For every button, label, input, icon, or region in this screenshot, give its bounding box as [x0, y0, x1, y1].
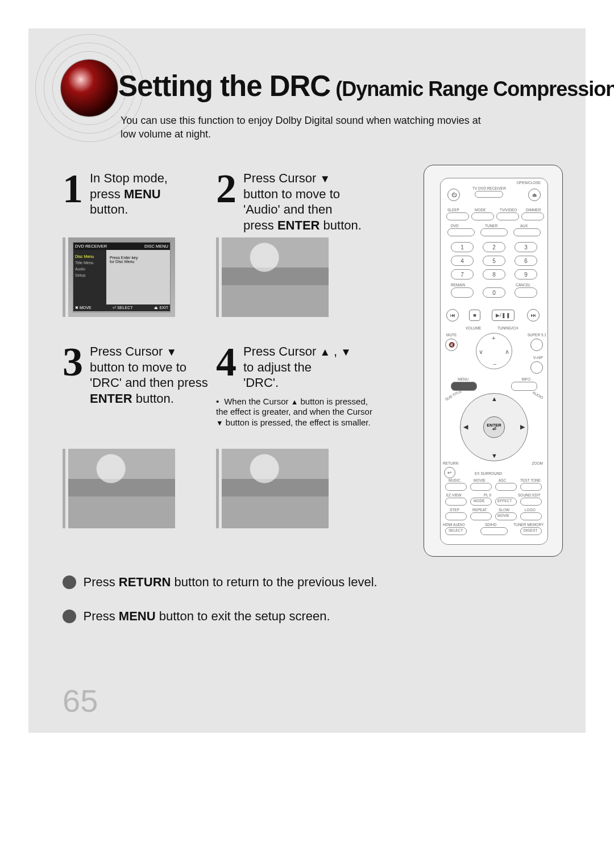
num-8[interactable]: 8: [483, 269, 505, 279]
label-logo: LOGO: [525, 508, 536, 512]
mute-button[interactable]: 🔇: [445, 339, 458, 351]
info-button[interactable]: [511, 382, 537, 391]
cursor-left-icon: ◀: [463, 423, 468, 431]
tune-up-icon: ∧: [505, 348, 509, 356]
label-movie: MOVIE: [474, 478, 486, 482]
page-number: 65: [63, 682, 98, 719]
label-mute: MUTE: [446, 333, 457, 337]
num-3[interactable]: 3: [515, 242, 537, 252]
cursor-down-icon: ▼: [491, 452, 497, 459]
osd-hint: ⏏ EXIT: [154, 306, 168, 310]
enter-icon: ⏎: [492, 427, 496, 432]
manual-page: Setting the DRC (Dynamic Range Compressi…: [28, 28, 586, 733]
dvd-button[interactable]: [447, 228, 475, 236]
label-exsurround: EX SURROUND: [475, 471, 502, 475]
mute-icon: 🔇: [449, 342, 455, 348]
stop-icon: ■: [473, 312, 476, 318]
label-plii-mode: MODE: [474, 499, 485, 503]
sdhd-button[interactable]: [480, 527, 508, 535]
label-aux: AUX: [520, 224, 528, 228]
step-text: In Stop mode, press MENU button.: [90, 170, 210, 218]
dimmer-button[interactable]: [521, 212, 544, 220]
osd-hint: ✖ MOVE: [75, 306, 92, 310]
label-mode: MODE: [475, 208, 486, 212]
play-pause-button[interactable]: ▶/❚❚: [492, 310, 515, 321]
cursor-down-icon: ▼: [216, 419, 223, 427]
osd-title-right: DISC MENU: [144, 244, 168, 249]
tuner-button[interactable]: [480, 228, 508, 236]
label-super51: SUPER 5.1: [528, 333, 546, 337]
intro-text: You can use this function to enjoy Dolby…: [121, 114, 490, 141]
label-digest: DIGEST: [524, 528, 537, 532]
super51-button[interactable]: [530, 339, 543, 351]
step4-note: • When the Cursor ▲ button is pressed, t…: [216, 397, 375, 428]
asc-button[interactable]: [495, 483, 517, 491]
label-ezview: EZ VIEW: [446, 493, 462, 497]
enter-button[interactable]: ENTER ⏎: [483, 416, 505, 438]
cursor-up-icon: ▲: [291, 398, 298, 406]
next-icon: ⏭: [531, 312, 536, 318]
return-button[interactable]: ↩: [444, 467, 455, 478]
num-2[interactable]: 2: [483, 242, 505, 252]
label-cancel: CANCEL: [516, 283, 530, 287]
cursor-down-icon: ▼: [341, 346, 351, 358]
note-menu: Press MENU button to exit the setup scre…: [63, 609, 330, 624]
step-text: Press Cursor ▼ button to move to 'DRC' a…: [90, 344, 222, 406]
num-6[interactable]: 6: [515, 256, 537, 266]
volume-tuning-pad[interactable]: + − ∨ ∧: [476, 333, 512, 369]
movie-button[interactable]: [470, 483, 492, 491]
music-button[interactable]: [445, 483, 467, 491]
tvvideo-button[interactable]: [496, 212, 519, 220]
menu-button[interactable]: [451, 382, 477, 391]
label-plii-effect: EFFECT: [497, 499, 512, 503]
power-icon: ⏻: [451, 192, 457, 198]
osd-side-item: Title Menu: [75, 261, 105, 265]
step-number: 1: [63, 168, 83, 209]
next-button[interactable]: ⏭: [527, 309, 540, 322]
cancel-button[interactable]: [515, 287, 537, 298]
logo-button[interactable]: [520, 512, 542, 520]
num-1[interactable]: 1: [451, 242, 474, 252]
label-sleep: SLEEP: [447, 208, 459, 212]
step-text: Press Cursor ▼ button to move to 'Audio'…: [243, 170, 375, 233]
open-close-button[interactable]: ⏏: [528, 189, 541, 201]
screenshot-4: [216, 449, 329, 528]
step-text: Press Cursor ▲ , ▼ to adjust the 'DRC'.: [243, 344, 375, 391]
label-select: SELECT: [449, 528, 463, 532]
tv-receiver-switch[interactable]: [475, 191, 503, 198]
osd-side-item: Audio: [75, 267, 105, 271]
soundedit-button[interactable]: [520, 498, 542, 506]
num-0[interactable]: 0: [483, 287, 505, 298]
mode-button[interactable]: [471, 212, 494, 220]
step-1: 1 In Stop mode, press MENU button.: [63, 170, 210, 218]
prev-button[interactable]: ⏮: [446, 309, 459, 322]
num-7[interactable]: 7: [451, 269, 474, 279]
label-remain: REMAIN: [451, 283, 465, 287]
num-4[interactable]: 4: [451, 256, 474, 266]
screenshot-2: [216, 237, 329, 317]
prev-icon: ⏮: [450, 312, 455, 318]
remain-button[interactable]: [451, 287, 474, 298]
label-repeat: REPEAT: [472, 508, 487, 512]
label-plii: PL II: [484, 493, 491, 497]
sleep-button[interactable]: [446, 212, 469, 220]
testtone-button[interactable]: [520, 483, 542, 491]
label-sndedit: SOUND EDIT: [518, 493, 541, 497]
num-9[interactable]: 9: [515, 269, 537, 279]
vhp-button[interactable]: [530, 361, 543, 374]
ezview-button[interactable]: [445, 498, 467, 506]
vol-minus-icon: −: [493, 361, 496, 368]
num-5[interactable]: 5: [483, 256, 505, 266]
label-testtone: TEST TONE: [520, 478, 541, 482]
aux-button[interactable]: [513, 228, 541, 236]
cursor-down-icon: ▼: [320, 173, 330, 185]
label-tuner: TUNER: [485, 224, 497, 228]
stop-button[interactable]: ■: [469, 310, 480, 321]
bullet-icon: [63, 575, 76, 589]
dpad[interactable]: ▲ ▼ ◀ ▶ ENTER ⏎: [460, 393, 528, 461]
step-button[interactable]: [445, 512, 467, 520]
osd-sidebar: Disc Menu Title Menu Audio Setup: [73, 250, 106, 304]
title-sub: (Dynamic Range Compression): [330, 77, 614, 101]
power-button[interactable]: ⏻: [447, 189, 460, 201]
repeat-button[interactable]: [470, 512, 492, 520]
